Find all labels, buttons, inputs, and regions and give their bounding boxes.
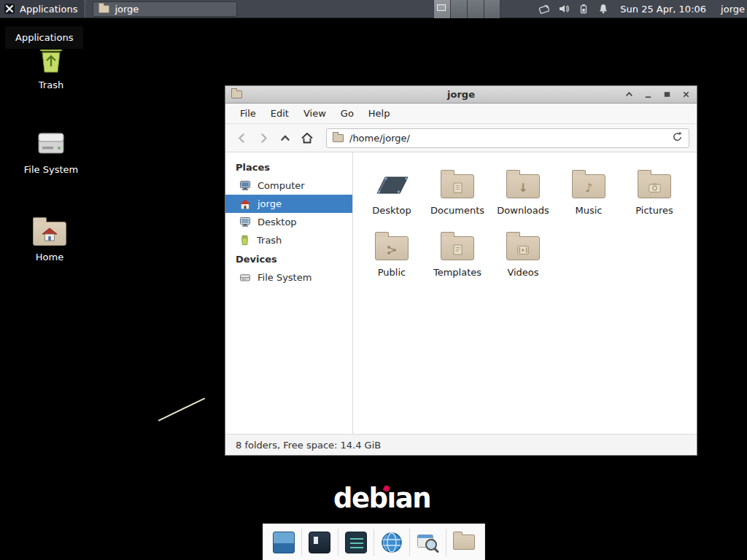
minimize-button[interactable] bbox=[643, 90, 653, 100]
file-manager-folder-icon bbox=[453, 534, 475, 550]
wallpaper-stray-line bbox=[158, 397, 206, 421]
file-item-pictures[interactable]: Pictures bbox=[622, 164, 686, 216]
sidebar-item-computer[interactable]: Computer bbox=[225, 176, 352, 195]
application-finder-launcher[interactable] bbox=[414, 529, 441, 556]
desktop-folder-icon bbox=[370, 164, 414, 202]
file-item-public[interactable]: Public bbox=[360, 226, 424, 278]
web-browser-globe-icon bbox=[380, 531, 403, 554]
menu-go[interactable]: Go bbox=[333, 105, 361, 122]
web-browser-launcher[interactable] bbox=[378, 529, 406, 556]
menu-view[interactable]: View bbox=[296, 105, 333, 122]
up-button[interactable] bbox=[276, 129, 294, 147]
workspace-3[interactable] bbox=[467, 0, 484, 18]
reload-button[interactable] bbox=[672, 131, 683, 144]
application-finder-icon bbox=[416, 531, 439, 554]
desktop-monitor-icon bbox=[239, 217, 251, 228]
file-label: Music bbox=[576, 205, 603, 216]
top-panel: Applications jorge Sun 25 Apr, 10:06 bbox=[0, 0, 747, 18]
videos-folder-icon bbox=[501, 226, 545, 264]
file-view[interactable]: Desktop Documents ↓ bbox=[353, 152, 697, 434]
sidebar-header-places: Places bbox=[225, 158, 352, 176]
file-label: Templates bbox=[433, 267, 481, 278]
notifications-bell-icon[interactable] bbox=[597, 3, 609, 15]
sidebar-item-label: File System bbox=[258, 272, 311, 283]
workspace-1[interactable] bbox=[433, 0, 450, 18]
file-item-music[interactable]: ♪ Music bbox=[557, 164, 621, 216]
file-item-desktop[interactable]: Desktop bbox=[360, 164, 424, 216]
dock-separator bbox=[374, 529, 374, 556]
public-folder-icon bbox=[370, 226, 414, 264]
desktop-icon-label: File System bbox=[16, 164, 86, 175]
folder-icon bbox=[98, 5, 109, 13]
file-manager-launcher[interactable] bbox=[450, 529, 478, 556]
documents-folder-icon bbox=[436, 164, 479, 202]
taskbar-window-label: jorge bbox=[115, 4, 139, 15]
location-path[interactable]: /home/jorge/ bbox=[349, 133, 666, 144]
bottom-dock bbox=[263, 524, 485, 560]
filesystem-drive-icon bbox=[16, 125, 86, 160]
sidebar-item-jorge[interactable]: jorge bbox=[225, 195, 352, 213]
panel-username: jorge bbox=[721, 4, 745, 15]
location-bar[interactable]: /home/jorge/ bbox=[326, 128, 689, 148]
toolbar: /home/jorge/ bbox=[225, 124, 697, 152]
computer-icon bbox=[239, 180, 251, 191]
window-titlebar[interactable]: jorge bbox=[225, 86, 697, 104]
show-desktop-icon bbox=[273, 532, 295, 553]
music-folder-icon: ♪ bbox=[567, 164, 611, 202]
downloads-folder-icon: ↓ bbox=[501, 164, 545, 202]
desktop-icon-home[interactable]: Home bbox=[15, 213, 85, 262]
file-item-downloads[interactable]: ↓ Downloads bbox=[491, 164, 555, 216]
file-label: Desktop bbox=[372, 205, 411, 216]
show-desktop-button[interactable] bbox=[270, 529, 298, 556]
desktop-icon-label: Trash bbox=[16, 79, 86, 90]
file-item-videos[interactable]: Videos bbox=[491, 226, 555, 278]
workspace-2[interactable] bbox=[450, 0, 467, 18]
dropdown-terminal-launcher[interactable] bbox=[342, 529, 370, 556]
file-label: Videos bbox=[507, 267, 538, 278]
input-tablet-icon[interactable] bbox=[538, 3, 550, 15]
maximize-button[interactable] bbox=[662, 90, 672, 100]
back-button[interactable] bbox=[233, 129, 250, 147]
dropdown-terminal-icon bbox=[345, 532, 367, 553]
applications-menu-button[interactable]: Applications bbox=[0, 0, 84, 18]
applications-menu-label: Applications bbox=[20, 4, 77, 15]
menu-file[interactable]: File bbox=[233, 105, 263, 122]
home-button[interactable] bbox=[298, 129, 316, 147]
terminal-icon bbox=[309, 532, 330, 553]
sidebar-item-filesystem[interactable]: File System bbox=[225, 268, 352, 287]
forward-button[interactable] bbox=[255, 129, 272, 147]
sidebar-item-label: Computer bbox=[258, 180, 305, 191]
debian-wallpaper-logo: debıan bbox=[333, 483, 430, 514]
home-folder-icon bbox=[15, 213, 85, 248]
applications-menu-icon bbox=[4, 3, 15, 15]
location-folder-icon bbox=[333, 134, 344, 142]
logo-text: deb bbox=[333, 483, 387, 514]
file-item-templates[interactable]: Templates bbox=[425, 226, 489, 278]
trash-icon bbox=[239, 235, 250, 246]
clock: Sun 25 Apr, 10:06 bbox=[620, 4, 706, 15]
taskbar-window-button[interactable]: jorge bbox=[93, 1, 237, 17]
terminal-launcher[interactable] bbox=[306, 529, 333, 556]
system-tray bbox=[538, 3, 609, 15]
sidebar: Places Computer jorge bbox=[225, 152, 353, 434]
sidebar-header-devices: Devices bbox=[225, 249, 352, 268]
sidebar-item-trash[interactable]: Trash bbox=[225, 231, 352, 249]
drive-icon bbox=[239, 273, 251, 283]
volume-icon[interactable] bbox=[558, 3, 570, 15]
dock-separator bbox=[409, 529, 410, 556]
shade-button[interactable] bbox=[624, 90, 634, 100]
power-battery-icon[interactable] bbox=[578, 3, 589, 15]
desktop-icon-filesystem[interactable]: File System bbox=[16, 125, 86, 175]
file-item-documents[interactable]: Documents bbox=[425, 164, 489, 216]
workspace-switcher[interactable] bbox=[433, 0, 500, 18]
file-label: Public bbox=[378, 267, 406, 278]
dock-separator bbox=[338, 529, 338, 556]
menu-edit[interactable]: Edit bbox=[263, 105, 296, 122]
sidebar-item-label: Desktop bbox=[258, 217, 297, 228]
workspace-4[interactable] bbox=[484, 0, 500, 18]
sidebar-item-desktop[interactable]: Desktop bbox=[225, 213, 352, 231]
templates-folder-icon bbox=[436, 226, 479, 264]
close-button[interactable] bbox=[681, 90, 691, 100]
panel-separator bbox=[85, 0, 90, 18]
menu-help[interactable]: Help bbox=[361, 105, 398, 122]
